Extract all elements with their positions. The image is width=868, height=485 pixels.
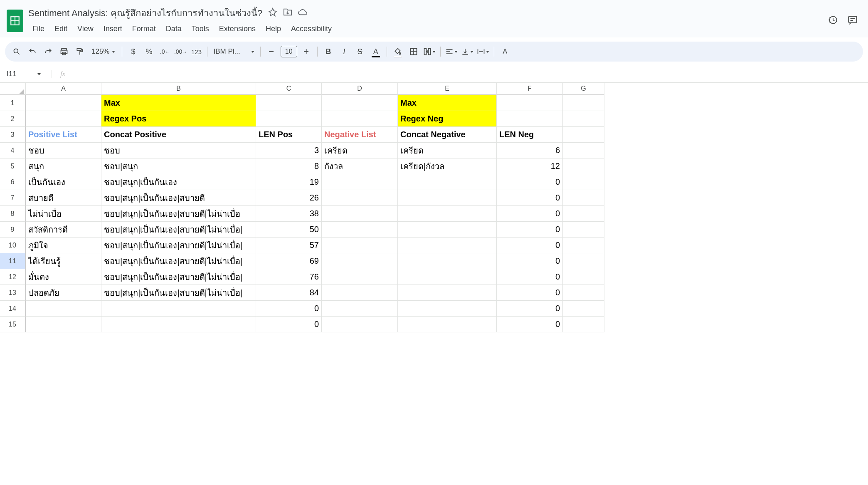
- cell[interactable]: Positive List: [26, 127, 101, 143]
- increase-decimal-button[interactable]: .00→: [174, 45, 187, 58]
- document-title[interactable]: Sentiment Analysis: คุณรู้สึกอย่างไรกับก…: [28, 6, 262, 20]
- cell[interactable]: ชอบ: [26, 143, 101, 158]
- row-header[interactable]: 15: [0, 317, 26, 332]
- cell[interactable]: [398, 190, 497, 206]
- cell[interactable]: 8: [256, 158, 322, 174]
- cell[interactable]: [563, 127, 604, 143]
- menu-accessibility[interactable]: Accessibility: [287, 22, 336, 36]
- row-header[interactable]: 1: [0, 95, 26, 111]
- cell[interactable]: เครียด: [398, 143, 497, 158]
- column-header-D[interactable]: D: [322, 83, 398, 95]
- menu-extensions[interactable]: Extensions: [215, 22, 260, 36]
- cell[interactable]: [256, 111, 322, 127]
- column-header-E[interactable]: E: [398, 83, 497, 95]
- cell[interactable]: [563, 143, 604, 158]
- cell[interactable]: [322, 238, 398, 253]
- cell[interactable]: เป็นกันเอง: [26, 174, 101, 190]
- cell[interactable]: [322, 317, 398, 332]
- cell[interactable]: 0: [497, 317, 563, 332]
- horizontal-align-button[interactable]: [445, 45, 458, 58]
- spreadsheet-grid[interactable]: ABCDEFG 1MaxMax2Regex PosRegex Neg3Posit…: [0, 83, 868, 332]
- cell[interactable]: ชอบ|สนุก|เป็นกันเอง|สบายดี|ไม่น่าเบื่อ|: [101, 222, 256, 238]
- cell[interactable]: 0: [497, 238, 563, 253]
- cell[interactable]: ชอบ|สนุก|เป็นกันเอง|สบายดี|ไม่น่าเบื่อ|: [101, 253, 256, 269]
- cell[interactable]: 3: [256, 143, 322, 158]
- cell[interactable]: [322, 301, 398, 317]
- menu-format[interactable]: Format: [128, 22, 160, 36]
- cell[interactable]: [26, 317, 101, 332]
- column-header-B[interactable]: B: [101, 83, 256, 95]
- star-icon[interactable]: [268, 7, 277, 19]
- row-header[interactable]: 6: [0, 174, 26, 190]
- comments-icon[interactable]: [847, 15, 858, 27]
- cell[interactable]: [563, 269, 604, 285]
- cell[interactable]: ได้เรียนรู้: [26, 253, 101, 269]
- cell[interactable]: [26, 95, 101, 111]
- menu-data[interactable]: Data: [162, 22, 186, 36]
- cell[interactable]: Max: [101, 95, 256, 111]
- cell[interactable]: [563, 190, 604, 206]
- cell[interactable]: เครียด|กังวล: [398, 158, 497, 174]
- row-header[interactable]: 5: [0, 158, 26, 174]
- row-header[interactable]: 13: [0, 285, 26, 301]
- row-header[interactable]: 12: [0, 269, 26, 285]
- cell[interactable]: [398, 269, 497, 285]
- cell[interactable]: 6: [497, 143, 563, 158]
- cell[interactable]: ชอบ|สนุก|เป็นกันเอง|สบายดี|ไม่น่าเบื่อ|: [101, 269, 256, 285]
- cell[interactable]: 0: [497, 301, 563, 317]
- name-box[interactable]: I11: [5, 68, 42, 80]
- cell[interactable]: 0: [256, 317, 322, 332]
- cell[interactable]: [101, 301, 256, 317]
- row-header[interactable]: 7: [0, 190, 26, 206]
- cell[interactable]: [497, 111, 563, 127]
- cell[interactable]: [101, 317, 256, 332]
- cell[interactable]: [563, 301, 604, 317]
- cell[interactable]: LEN Pos: [256, 127, 322, 143]
- cell[interactable]: 12: [497, 158, 563, 174]
- cell[interactable]: [256, 95, 322, 111]
- cell[interactable]: ชอบ|สนุก: [101, 158, 256, 174]
- menu-tools[interactable]: Tools: [187, 22, 213, 36]
- fill-color-button[interactable]: [391, 45, 404, 58]
- row-header[interactable]: 14: [0, 301, 26, 317]
- cell[interactable]: [563, 158, 604, 174]
- menu-edit[interactable]: Edit: [50, 22, 72, 36]
- cell[interactable]: ชอบ|สนุก|เป็นกันเอง: [101, 174, 256, 190]
- cell[interactable]: Concat Negative: [398, 127, 497, 143]
- strikethrough-button[interactable]: S: [353, 45, 367, 58]
- decrease-decimal-button[interactable]: .0←: [158, 45, 171, 58]
- cell[interactable]: [398, 238, 497, 253]
- cell[interactable]: มั่นคง: [26, 269, 101, 285]
- cell[interactable]: 26: [256, 190, 322, 206]
- cell[interactable]: [26, 301, 101, 317]
- borders-button[interactable]: [407, 45, 420, 58]
- menu-file[interactable]: File: [28, 22, 49, 36]
- cell[interactable]: 0: [256, 301, 322, 317]
- cell[interactable]: 0: [497, 174, 563, 190]
- cell[interactable]: 0: [497, 190, 563, 206]
- cell[interactable]: กังวล: [322, 158, 398, 174]
- text-color-button[interactable]: A: [369, 45, 382, 58]
- cell[interactable]: Max: [398, 95, 497, 111]
- format-currency-button[interactable]: $: [126, 45, 140, 58]
- cell[interactable]: [322, 285, 398, 301]
- move-icon[interactable]: [283, 7, 292, 19]
- cell[interactable]: Negative List: [322, 127, 398, 143]
- cell[interactable]: 19: [256, 174, 322, 190]
- cell[interactable]: ไม่น่าเบื่อ: [26, 206, 101, 222]
- cell[interactable]: สบายดี: [26, 190, 101, 206]
- font-family-select[interactable]: IBM Pl...: [212, 47, 256, 56]
- row-header[interactable]: 4: [0, 143, 26, 158]
- cell[interactable]: [322, 95, 398, 111]
- cell[interactable]: ภูมิใจ: [26, 238, 101, 253]
- cell[interactable]: [563, 238, 604, 253]
- cell[interactable]: LEN Neg: [497, 127, 563, 143]
- cell[interactable]: 0: [497, 285, 563, 301]
- bold-button[interactable]: B: [322, 45, 335, 58]
- select-all-corner[interactable]: [0, 83, 26, 95]
- column-header-F[interactable]: F: [497, 83, 563, 95]
- text-wrap-button[interactable]: [476, 45, 490, 58]
- cell[interactable]: ชอบ|สนุก|เป็นกันเอง|สบายดี|ไม่น่าเบื่อ|: [101, 238, 256, 253]
- row-header[interactable]: 10: [0, 238, 26, 253]
- column-header-A[interactable]: A: [26, 83, 101, 95]
